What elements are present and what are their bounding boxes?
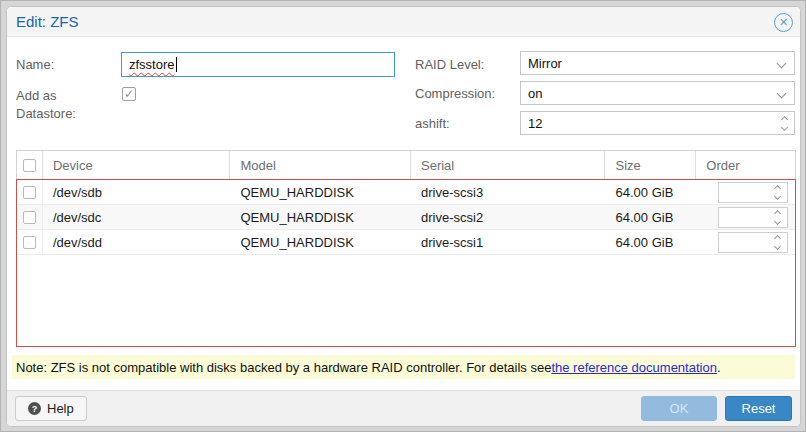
check-icon: ✓	[124, 87, 134, 101]
edit-zfs-dialog: Edit: ZFS ✕ Name: zfsstore Add as Datast…	[6, 6, 801, 427]
spinner-up-icon[interactable]	[774, 209, 781, 216]
add-as-datastore-label: Add as Datastore:	[16, 87, 98, 123]
page-title: Edit: ZFS	[16, 13, 79, 30]
compression-select[interactable]: on	[520, 81, 795, 105]
column-header-serial[interactable]: Serial	[411, 151, 606, 179]
ashift-label: ashift:	[415, 116, 450, 131]
name-label: Name:	[16, 57, 54, 72]
spinner-up-icon[interactable]	[774, 234, 781, 241]
table-row[interactable]: /dev/sdd QEMU_HARDDISK drive-scsi1 64.00…	[17, 230, 795, 255]
spinner-down-icon[interactable]	[774, 192, 781, 199]
name-input[interactable]: zfsstore	[121, 52, 395, 77]
order-spinner[interactable]	[718, 182, 788, 203]
help-icon: ?	[28, 402, 41, 415]
order-cell	[696, 180, 795, 204]
text-caret	[176, 57, 177, 72]
column-header-model[interactable]: Model	[230, 151, 411, 179]
ok-button[interactable]: OK	[641, 396, 717, 421]
row-checkbox-cell	[17, 230, 43, 254]
order-spinner[interactable]	[718, 232, 788, 253]
disk-grid: Device Model Serial Size Order /dev/sdb …	[16, 150, 796, 347]
raid-level-label: RAID Level:	[415, 57, 484, 72]
note-bar: Note: ZFS is not compatible with disks b…	[12, 355, 795, 379]
grid-header: Device Model Serial Size Order	[16, 150, 796, 179]
serial-cell: drive-scsi3	[411, 180, 606, 204]
device-cell: /dev/sdb	[43, 180, 231, 204]
note-text: Note: ZFS is not compatible with disks b…	[16, 360, 551, 375]
reset-button[interactable]: Reset	[725, 396, 792, 421]
model-cell: QEMU_HARDDISK	[230, 205, 411, 229]
order-cell	[696, 205, 795, 229]
row-checkbox[interactable]	[23, 186, 36, 199]
spinner-down-icon[interactable]	[781, 123, 788, 130]
close-glyph: ✕	[779, 17, 788, 28]
row-checkbox-cell	[17, 180, 43, 204]
model-cell: QEMU_HARDDISK	[230, 230, 411, 254]
row-checkbox-cell	[17, 205, 43, 229]
row-checkbox[interactable]	[23, 211, 36, 224]
table-row[interactable]: /dev/sdb QEMU_HARDDISK drive-scsi3 64.00…	[17, 180, 795, 205]
window-frame: Edit: ZFS ✕ Name: zfsstore Add as Datast…	[0, 0, 806, 432]
select-all-cell	[17, 151, 43, 179]
column-header-size[interactable]: Size	[605, 151, 696, 179]
size-cell: 64.00 GiB	[605, 230, 696, 254]
add-as-datastore-checkbox[interactable]: ✓	[122, 87, 136, 101]
ashift-value: 12	[528, 116, 542, 131]
ok-button-label: OK	[670, 401, 689, 416]
column-header-order[interactable]: Order	[696, 151, 795, 179]
compression-value: on	[528, 86, 542, 101]
spinner-down-icon[interactable]	[774, 217, 781, 224]
serial-cell: drive-scsi2	[411, 205, 606, 229]
grid-body: /dev/sdb QEMU_HARDDISK drive-scsi3 64.00…	[16, 179, 796, 347]
ashift-spinner[interactable]: 12	[520, 111, 795, 135]
model-cell: QEMU_HARDDISK	[230, 180, 411, 204]
table-row[interactable]: /dev/sdc QEMU_HARDDISK drive-scsi2 64.00…	[17, 205, 795, 230]
help-button-label: Help	[47, 401, 74, 416]
serial-cell: drive-scsi1	[411, 230, 606, 254]
order-cell	[696, 230, 795, 254]
size-cell: 64.00 GiB	[605, 205, 696, 229]
name-value: zfsstore	[129, 57, 175, 72]
titlebar: Edit: ZFS ✕	[7, 7, 800, 37]
chevron-down-icon	[777, 59, 787, 69]
raid-level-select[interactable]: Mirror	[520, 51, 795, 75]
select-all-checkbox[interactable]	[23, 159, 36, 172]
row-checkbox[interactable]	[23, 236, 36, 249]
note-suffix: .	[717, 360, 721, 375]
compression-label: Compression:	[415, 86, 495, 101]
spinner-down-icon[interactable]	[774, 242, 781, 249]
column-header-device[interactable]: Device	[43, 151, 231, 179]
reference-documentation-link[interactable]: the reference documentation	[551, 360, 717, 375]
footer-toolbar: ? Help OK Reset	[7, 390, 800, 426]
spinner-up-icon[interactable]	[774, 184, 781, 191]
chevron-down-icon	[777, 89, 787, 99]
help-button[interactable]: ? Help	[15, 396, 87, 421]
device-cell: /dev/sdd	[43, 230, 231, 254]
close-icon[interactable]: ✕	[774, 13, 793, 32]
raid-level-value: Mirror	[528, 56, 562, 71]
size-cell: 64.00 GiB	[605, 180, 696, 204]
device-cell: /dev/sdc	[43, 205, 231, 229]
spinner-up-icon[interactable]	[781, 115, 788, 122]
reset-button-label: Reset	[742, 401, 776, 416]
order-spinner[interactable]	[718, 207, 788, 228]
